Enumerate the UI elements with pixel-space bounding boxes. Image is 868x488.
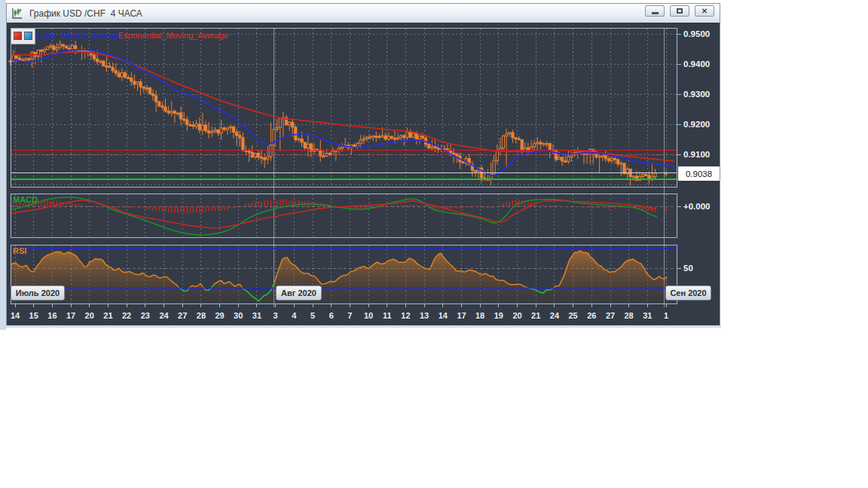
date-label: 28 (624, 311, 633, 320)
date-label: 14 (11, 311, 20, 320)
date-label: 16 (47, 311, 57, 320)
date-label: 14 (439, 311, 448, 320)
date-label: 15 (29, 311, 38, 320)
minimize-button[interactable] (645, 5, 665, 17)
window-titlebar[interactable]: График USD /CHF 4 ЧАСА ✕ (7, 4, 720, 23)
date-label: 3 (274, 311, 278, 320)
desktop-left-margin (0, 0, 6, 330)
date-label: 20 (85, 311, 94, 320)
date-label: 19 (494, 311, 503, 320)
candlestick-chart-icon (11, 8, 23, 20)
current-price-badge: 0.9038 (678, 166, 720, 181)
close-icon: ✕ (701, 8, 708, 15)
date-label: 5 (310, 311, 315, 320)
ema-blue-swatch (24, 32, 32, 40)
date-label: 12 (401, 311, 410, 320)
date-label: 24 (550, 311, 560, 320)
date-label: 27 (178, 311, 187, 320)
date-label: 17 (66, 311, 75, 320)
date-label: 24 (159, 311, 169, 320)
window-title: График USD /CHF 4 ЧАСА (29, 8, 142, 19)
ema-slow-legend-label: Exponential_Moving_Average (118, 31, 228, 40)
close-button[interactable]: ✕ (695, 5, 714, 17)
chart-canvas[interactable]: 0.95000.94000.93000.92000.9100+0.0005014… (7, 23, 720, 325)
chart-window: График USD /CHF 4 ЧАСА ✕ 0.95000.94000.9… (6, 3, 720, 325)
date-label: 21 (103, 311, 112, 320)
date-label: 23 (141, 311, 150, 320)
date-label: 28 (197, 311, 206, 320)
date-label: 10 (364, 311, 373, 320)
price-tick-label: 0.9200 (683, 120, 710, 129)
price-tick-label: 0.9400 (683, 59, 710, 69)
date-label: 30 (234, 311, 243, 320)
date-label: 27 (606, 311, 615, 320)
date-label: 6 (329, 311, 334, 320)
date-label: 7 (347, 311, 352, 320)
date-label: 17 (457, 311, 466, 320)
price-tick-label: 0.9100 (683, 150, 710, 159)
month-button-september[interactable]: Сен 2020 (665, 285, 711, 300)
price-tick-label: 0.9300 (683, 90, 710, 99)
price-tick-label: 0.9500 (683, 29, 710, 38)
rsi-mid-label: 50 (683, 264, 693, 273)
ema-red-swatch (14, 32, 22, 40)
restore-button[interactable] (670, 5, 689, 17)
rsi-panel-label: RSI (13, 246, 26, 255)
chart-client-area[interactable]: 0.95000.94000.93000.92000.9100+0.0005014… (7, 23, 720, 325)
date-label: 31 (252, 311, 261, 320)
date-label: 13 (420, 311, 429, 320)
month-button-july[interactable]: Июль 2020 (11, 285, 65, 300)
restore-icon (677, 8, 683, 14)
date-label: 20 (512, 311, 521, 320)
date-label: 26 (587, 311, 596, 320)
window-controls: ✕ (645, 5, 714, 17)
macd-panel-label: MACD (13, 195, 38, 204)
indicator-legend (11, 28, 35, 44)
desktop: График USD /CHF 4 ЧАСА ✕ 0.95000.94000.9… (0, 0, 868, 488)
date-label: 29 (215, 311, 224, 320)
macd-zero-label: +0.000 (683, 202, 711, 211)
date-label: 21 (531, 311, 540, 320)
date-label: 1 (664, 311, 668, 320)
date-label: 31 (643, 311, 652, 320)
date-label: 11 (383, 311, 392, 320)
date-label: 25 (568, 311, 577, 320)
date-label: 22 (122, 311, 131, 320)
month-button-august[interactable]: Авг 2020 (276, 285, 322, 300)
date-label: 4 (292, 311, 297, 320)
date-label: 18 (475, 311, 484, 320)
ema-fast-legend-label: ential_Moving_Average (36, 31, 123, 40)
minimize-icon (652, 12, 659, 14)
